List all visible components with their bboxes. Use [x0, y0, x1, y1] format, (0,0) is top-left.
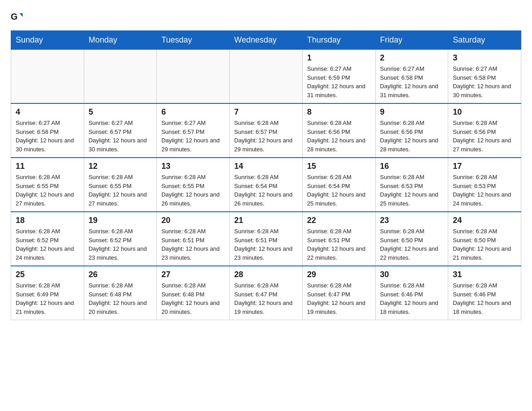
calendar-cell: 11Sunrise: 6:28 AM Sunset: 6:55 PM Dayli… — [11, 158, 84, 212]
day-info: Sunrise: 6:28 AM Sunset: 6:49 PM Dayligh… — [16, 281, 79, 316]
day-info: Sunrise: 6:28 AM Sunset: 6:55 PM Dayligh… — [89, 173, 152, 208]
day-number: 19 — [89, 216, 152, 225]
calendar-cell — [157, 50, 230, 104]
day-info: Sunrise: 6:28 AM Sunset: 6:56 PM Dayligh… — [453, 119, 516, 154]
day-info: Sunrise: 6:28 AM Sunset: 6:51 PM Dayligh… — [234, 227, 298, 262]
day-number: 18 — [16, 216, 79, 225]
day-number: 31 — [453, 270, 516, 279]
calendar-week-row: 18Sunrise: 6:28 AM Sunset: 6:52 PM Dayli… — [11, 212, 521, 266]
day-info: Sunrise: 6:28 AM Sunset: 6:54 PM Dayligh… — [234, 173, 298, 208]
day-info: Sunrise: 6:27 AM Sunset: 6:58 PM Dayligh… — [380, 64, 444, 99]
calendar-cell: 21Sunrise: 6:28 AM Sunset: 6:51 PM Dayli… — [230, 212, 303, 266]
day-info: Sunrise: 6:28 AM Sunset: 6:50 PM Dayligh… — [453, 227, 516, 262]
day-info: Sunrise: 6:27 AM Sunset: 6:59 PM Dayligh… — [307, 64, 371, 99]
weekday-header-friday: Friday — [375, 31, 448, 50]
day-number: 10 — [453, 107, 516, 117]
day-info: Sunrise: 6:28 AM Sunset: 6:53 PM Dayligh… — [380, 173, 444, 208]
calendar-cell: 6Sunrise: 6:27 AM Sunset: 6:57 PM Daylig… — [157, 103, 230, 158]
day-info: Sunrise: 6:28 AM Sunset: 6:56 PM Dayligh… — [380, 119, 444, 154]
day-info: Sunrise: 6:28 AM Sunset: 6:46 PM Dayligh… — [453, 281, 516, 316]
day-number: 30 — [380, 270, 444, 279]
day-info: Sunrise: 6:28 AM Sunset: 6:51 PM Dayligh… — [307, 227, 371, 262]
calendar-cell: 18Sunrise: 6:28 AM Sunset: 6:52 PM Dayli… — [11, 212, 84, 266]
page-header: G — [11, 11, 521, 23]
day-info: Sunrise: 6:27 AM Sunset: 6:58 PM Dayligh… — [453, 64, 516, 99]
calendar-cell: 2Sunrise: 6:27 AM Sunset: 6:58 PM Daylig… — [375, 50, 448, 104]
day-info: Sunrise: 6:28 AM Sunset: 6:55 PM Dayligh… — [16, 173, 79, 208]
weekday-header-saturday: Saturday — [448, 31, 521, 50]
calendar-cell: 15Sunrise: 6:28 AM Sunset: 6:54 PM Dayli… — [302, 158, 375, 212]
day-number: 11 — [16, 162, 79, 171]
day-number: 5 — [89, 107, 152, 117]
day-info: Sunrise: 6:27 AM Sunset: 6:58 PM Dayligh… — [16, 119, 79, 154]
calendar-cell: 8Sunrise: 6:28 AM Sunset: 6:56 PM Daylig… — [302, 103, 375, 158]
day-number: 14 — [234, 162, 298, 171]
day-number: 1 — [307, 53, 371, 63]
day-info: Sunrise: 6:28 AM Sunset: 6:48 PM Dayligh… — [161, 281, 225, 316]
calendar-cell: 28Sunrise: 6:28 AM Sunset: 6:47 PM Dayli… — [230, 266, 303, 320]
calendar-table: SundayMondayTuesdayWednesdayThursdayFrid… — [11, 30, 521, 320]
day-info: Sunrise: 6:28 AM Sunset: 6:51 PM Dayligh… — [161, 227, 225, 262]
day-number: 26 — [89, 270, 152, 279]
day-info: Sunrise: 6:27 AM Sunset: 6:57 PM Dayligh… — [161, 119, 225, 154]
day-number: 6 — [161, 107, 225, 117]
day-info: Sunrise: 6:28 AM Sunset: 6:52 PM Dayligh… — [89, 227, 152, 262]
day-number: 24 — [453, 216, 516, 225]
day-info: Sunrise: 6:28 AM Sunset: 6:52 PM Dayligh… — [16, 227, 79, 262]
day-number: 12 — [89, 162, 152, 171]
calendar-cell: 4Sunrise: 6:27 AM Sunset: 6:58 PM Daylig… — [11, 103, 84, 158]
day-number: 29 — [307, 270, 371, 279]
day-number: 22 — [307, 216, 371, 225]
weekday-header-thursday: Thursday — [302, 31, 375, 50]
day-info: Sunrise: 6:28 AM Sunset: 6:47 PM Dayligh… — [234, 281, 298, 316]
weekday-header-monday: Monday — [84, 31, 157, 50]
calendar-cell: 13Sunrise: 6:28 AM Sunset: 6:55 PM Dayli… — [157, 158, 230, 212]
day-number: 27 — [161, 270, 225, 279]
calendar-cell: 27Sunrise: 6:28 AM Sunset: 6:48 PM Dayli… — [157, 266, 230, 320]
day-number: 7 — [234, 107, 298, 117]
calendar-week-row: 1Sunrise: 6:27 AM Sunset: 6:59 PM Daylig… — [11, 50, 521, 104]
weekday-header-sunday: Sunday — [11, 31, 84, 50]
day-info: Sunrise: 6:28 AM Sunset: 6:50 PM Dayligh… — [380, 227, 444, 262]
day-info: Sunrise: 6:27 AM Sunset: 6:57 PM Dayligh… — [89, 119, 152, 154]
day-number: 3 — [453, 53, 516, 63]
calendar-cell: 17Sunrise: 6:28 AM Sunset: 6:53 PM Dayli… — [448, 158, 521, 212]
weekday-header-tuesday: Tuesday — [157, 31, 230, 50]
calendar-cell: 26Sunrise: 6:28 AM Sunset: 6:48 PM Dayli… — [84, 266, 157, 320]
calendar-week-row: 25Sunrise: 6:28 AM Sunset: 6:49 PM Dayli… — [11, 266, 521, 320]
calendar-cell: 23Sunrise: 6:28 AM Sunset: 6:50 PM Dayli… — [375, 212, 448, 266]
calendar-cell — [11, 50, 84, 104]
calendar-cell — [230, 50, 303, 104]
logo: G — [11, 11, 24, 23]
calendar-week-row: 11Sunrise: 6:28 AM Sunset: 6:55 PM Dayli… — [11, 158, 521, 212]
calendar-cell: 1Sunrise: 6:27 AM Sunset: 6:59 PM Daylig… — [302, 50, 375, 104]
calendar-cell: 3Sunrise: 6:27 AM Sunset: 6:58 PM Daylig… — [448, 50, 521, 104]
day-info: Sunrise: 6:28 AM Sunset: 6:53 PM Dayligh… — [453, 173, 516, 208]
calendar-cell: 16Sunrise: 6:28 AM Sunset: 6:53 PM Dayli… — [375, 158, 448, 212]
calendar-cell: 5Sunrise: 6:27 AM Sunset: 6:57 PM Daylig… — [84, 103, 157, 158]
day-info: Sunrise: 6:28 AM Sunset: 6:56 PM Dayligh… — [307, 119, 371, 154]
calendar-cell: 19Sunrise: 6:28 AM Sunset: 6:52 PM Dayli… — [84, 212, 157, 266]
day-number: 2 — [380, 53, 444, 63]
calendar-cell: 25Sunrise: 6:28 AM Sunset: 6:49 PM Dayli… — [11, 266, 84, 320]
calendar-cell — [84, 50, 157, 104]
day-number: 15 — [307, 162, 371, 171]
day-info: Sunrise: 6:28 AM Sunset: 6:46 PM Dayligh… — [380, 281, 444, 316]
logo-icon: G — [11, 11, 23, 23]
calendar-cell: 12Sunrise: 6:28 AM Sunset: 6:55 PM Dayli… — [84, 158, 157, 212]
day-info: Sunrise: 6:28 AM Sunset: 6:48 PM Dayligh… — [89, 281, 152, 316]
calendar-cell: 20Sunrise: 6:28 AM Sunset: 6:51 PM Dayli… — [157, 212, 230, 266]
day-info: Sunrise: 6:28 AM Sunset: 6:57 PM Dayligh… — [234, 119, 298, 154]
day-number: 8 — [307, 107, 371, 117]
calendar-header-row: SundayMondayTuesdayWednesdayThursdayFrid… — [11, 31, 521, 50]
day-number: 17 — [453, 162, 516, 171]
calendar-cell: 7Sunrise: 6:28 AM Sunset: 6:57 PM Daylig… — [230, 103, 303, 158]
calendar-cell: 14Sunrise: 6:28 AM Sunset: 6:54 PM Dayli… — [230, 158, 303, 212]
calendar-week-row: 4Sunrise: 6:27 AM Sunset: 6:58 PM Daylig… — [11, 103, 521, 158]
calendar-cell: 9Sunrise: 6:28 AM Sunset: 6:56 PM Daylig… — [375, 103, 448, 158]
day-number: 23 — [380, 216, 444, 225]
day-number: 13 — [161, 162, 225, 171]
day-number: 25 — [16, 270, 79, 279]
calendar-cell: 30Sunrise: 6:28 AM Sunset: 6:46 PM Dayli… — [375, 266, 448, 320]
weekday-header-wednesday: Wednesday — [230, 31, 303, 50]
